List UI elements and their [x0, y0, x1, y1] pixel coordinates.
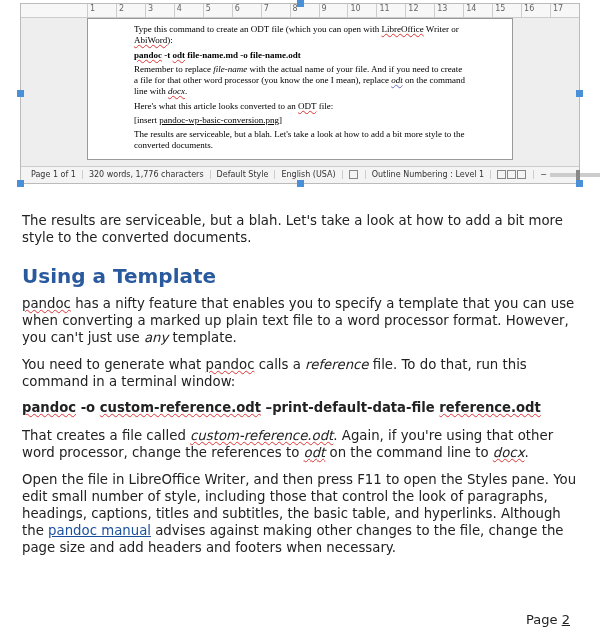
para: pandoc has a nifty feature that enables …: [22, 295, 578, 346]
embed-para: Type this command to create an ODT file …: [134, 24, 466, 47]
selection-handle[interactable]: [297, 0, 304, 7]
selection-handle[interactable]: [576, 180, 583, 187]
para: That creates a file called custom-refere…: [22, 427, 578, 461]
status-page: Page 1 of 1: [25, 170, 83, 179]
embedded-doc-area: Type this command to create an ODT file …: [21, 18, 579, 166]
command-line: pandoc -o custom-reference.odt –print-de…: [22, 400, 578, 417]
pandoc-manual-link[interactable]: pandoc manual: [48, 523, 151, 538]
embed-para: The results are serviceable, but a blah.…: [134, 129, 466, 152]
selection-handle[interactable]: [297, 180, 304, 187]
status-language: English (USA): [275, 170, 342, 179]
page-number: Page 2: [0, 566, 600, 627]
embedded-screenshot[interactable]: 1234567891011121314151617 Type this comm…: [20, 3, 580, 184]
status-outline: Outline Numbering : Level 1: [366, 170, 492, 179]
embedded-page: Type this command to create an ODT file …: [87, 18, 513, 160]
selection-handle[interactable]: [17, 180, 24, 187]
status-style: Default Style: [211, 170, 276, 179]
embed-command: pandoc -t odt file-name.md -o file-name.…: [134, 50, 466, 61]
embed-para: [insert pandoc-wp-basic-conversion.png]: [134, 115, 466, 126]
selection-handle[interactable]: [576, 90, 583, 97]
status-word-count: 320 words, 1,776 characters: [83, 170, 211, 179]
embed-para: Here's what this article looks converted…: [134, 101, 466, 112]
document-body: The results are serviceable, but a blah.…: [0, 184, 600, 557]
status-zoom-slider[interactable]: −+: [534, 170, 600, 179]
status-view-icons: [491, 170, 534, 179]
intro-para: The results are serviceable, but a blah.…: [22, 212, 578, 246]
selection-handle[interactable]: [17, 90, 24, 97]
heading-using-a-template: Using a Template: [22, 264, 578, 290]
embed-para: Remember to replace file-name with the a…: [134, 64, 466, 98]
para: Open the file in LibreOffice Writer, and…: [22, 471, 578, 556]
status-insert-mode: [343, 170, 366, 179]
para: You need to generate what pandoc calls a…: [22, 356, 578, 390]
